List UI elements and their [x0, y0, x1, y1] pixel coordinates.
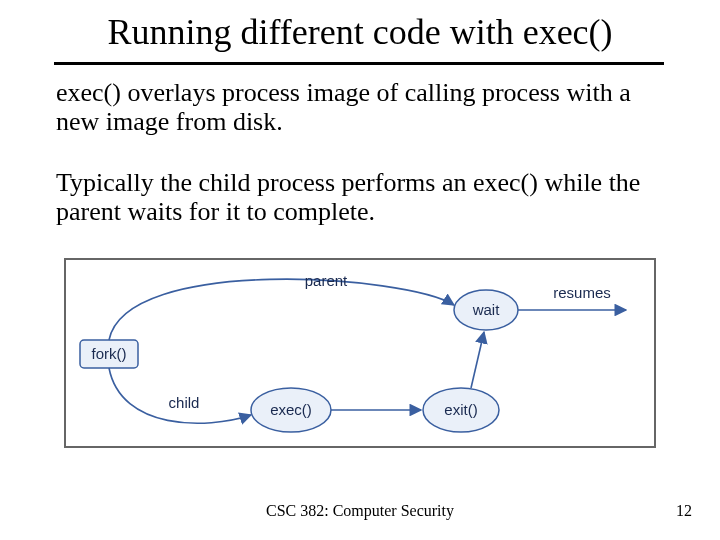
parent-text: parent [305, 272, 348, 289]
edge-parent-arc [109, 279, 454, 340]
footer-course: CSC 382: Computer Security [0, 502, 720, 520]
wait-label: wait [472, 301, 501, 318]
wait-node: wait [454, 290, 518, 330]
paragraph-1: exec() overlays process image of calling… [56, 78, 666, 136]
page-title: Running different code with exec() [0, 14, 720, 52]
child-text: child [169, 394, 200, 411]
resumes-text: resumes [553, 284, 611, 301]
title-rule [54, 62, 664, 65]
edge-exit-wait [471, 332, 484, 388]
exit-node: exit() [423, 388, 499, 432]
fork-label: fork() [92, 345, 127, 362]
footer-page-number: 12 [676, 502, 692, 520]
exec-node: exec() [251, 388, 331, 432]
process-flow-diagram: fork() wait exec() exit() parent r [64, 258, 656, 448]
exit-label: exit() [444, 401, 477, 418]
paragraph-2: Typically the child process performs an … [56, 168, 676, 226]
fork-node: fork() [80, 340, 138, 368]
exec-label: exec() [270, 401, 312, 418]
slide: Running different code with exec() exec(… [0, 0, 720, 540]
diagram-svg: fork() wait exec() exit() parent r [66, 260, 654, 446]
